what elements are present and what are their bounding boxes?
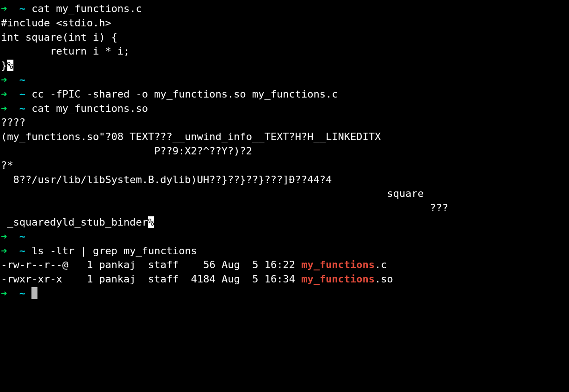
file-month: Aug bbox=[222, 273, 240, 285]
c-brace: } bbox=[1, 60, 7, 71]
prompt-line-5: ➜ ~ bbox=[1, 230, 568, 244]
file-perms: -rw-r--r--@ bbox=[1, 259, 68, 270]
command-text: cat my_functions.so bbox=[31, 103, 148, 114]
prompt-line-current[interactable]: ➜ ~ bbox=[1, 287, 568, 301]
file-size: 56 bbox=[203, 259, 216, 270]
prompt-line-1: ➜ ~ cat my_functions.c bbox=[1, 2, 568, 16]
prompt-arrow: ➜ bbox=[1, 103, 7, 114]
prompt-tilde: ~ bbox=[19, 103, 25, 114]
file-size: 4184 bbox=[191, 273, 216, 285]
c-source-line: return i * i; bbox=[1, 44, 568, 59]
so-binary-line: (my_functions.so"?08 TEXT???__unwind_inf… bbox=[1, 130, 568, 144]
prompt-line-6: ➜ ~ ls -ltr | grep my_functions bbox=[1, 244, 568, 258]
file-name-ext: .so bbox=[375, 273, 393, 285]
prompt-tilde: ~ bbox=[19, 245, 25, 257]
command-text: cc -fPIC -shared -o my_functions.so my_f… bbox=[31, 88, 338, 100]
prompt-line-4: ➜ ~ cat my_functions.so bbox=[1, 102, 568, 116]
terminal-output: ➜ ~ cat my_functions.c #include <stdio.h… bbox=[1, 2, 568, 301]
prompt-arrow: ➜ bbox=[1, 3, 7, 14]
prompt-arrow: ➜ bbox=[1, 288, 7, 299]
ls-row: -rwxr-xr-x 1 pankaj staff 4184 Aug 5 16:… bbox=[1, 272, 568, 287]
file-user: pankaj bbox=[99, 259, 136, 270]
so-binary-line: ?* bbox=[1, 159, 568, 173]
so-binary-line: ???? bbox=[1, 116, 568, 130]
so-binary-line: 8??/usr/lib/libSystem.B.dylib)UH??}??}??… bbox=[1, 173, 568, 187]
so-binary-line: ??? bbox=[1, 201, 568, 215]
terminal-cursor bbox=[31, 287, 37, 299]
so-binary-line: P??9:X2?^??Y?)?2 bbox=[1, 144, 568, 159]
so-binary-line: _square bbox=[1, 187, 568, 201]
file-time: 16:22 bbox=[265, 259, 295, 270]
eof-marker: % bbox=[148, 216, 154, 228]
prompt-arrow: ➜ bbox=[1, 88, 7, 100]
file-group: staff bbox=[148, 259, 179, 270]
file-month: Aug bbox=[222, 259, 240, 270]
command-text: ls -ltr | grep my_functions bbox=[31, 245, 197, 257]
file-day: 5 bbox=[252, 259, 258, 270]
file-perms: -rwxr-xr-x bbox=[1, 273, 68, 285]
file-name-ext: .c bbox=[375, 259, 387, 270]
prompt-line-2: ➜ ~ bbox=[1, 73, 568, 87]
file-time: 16:34 bbox=[265, 273, 295, 285]
prompt-tilde: ~ bbox=[19, 288, 25, 299]
file-links: 1 bbox=[87, 273, 93, 285]
c-source-line: int square(int i) { bbox=[1, 31, 568, 45]
prompt-tilde: ~ bbox=[19, 3, 25, 14]
command-text: cat my_functions.c bbox=[31, 3, 142, 14]
file-group: staff bbox=[148, 273, 179, 285]
so-binary-line: _squaredyld_stub_binder% bbox=[1, 215, 568, 230]
prompt-arrow: ➜ bbox=[1, 231, 7, 242]
prompt-arrow: ➜ bbox=[1, 245, 7, 257]
prompt-line-3: ➜ ~ cc -fPIC -shared -o my_functions.so … bbox=[1, 87, 568, 102]
ls-row: -rw-r--r--@ 1 pankaj staff 56 Aug 5 16:2… bbox=[1, 258, 568, 272]
file-links: 1 bbox=[87, 259, 93, 270]
so-binary-text: _squaredyld_stub_binder bbox=[1, 216, 148, 228]
file-user: pankaj bbox=[99, 273, 136, 285]
file-name-match: my_functions bbox=[301, 259, 375, 270]
eof-marker: % bbox=[7, 60, 13, 71]
prompt-tilde: ~ bbox=[19, 74, 25, 86]
c-source-line: }% bbox=[1, 59, 568, 73]
prompt-tilde: ~ bbox=[19, 88, 25, 100]
file-day: 5 bbox=[252, 273, 258, 285]
c-source-line: #include <stdio.h> bbox=[1, 16, 568, 31]
file-name-match: my_functions bbox=[301, 273, 375, 285]
prompt-arrow: ➜ bbox=[1, 74, 7, 86]
prompt-tilde: ~ bbox=[19, 231, 25, 242]
